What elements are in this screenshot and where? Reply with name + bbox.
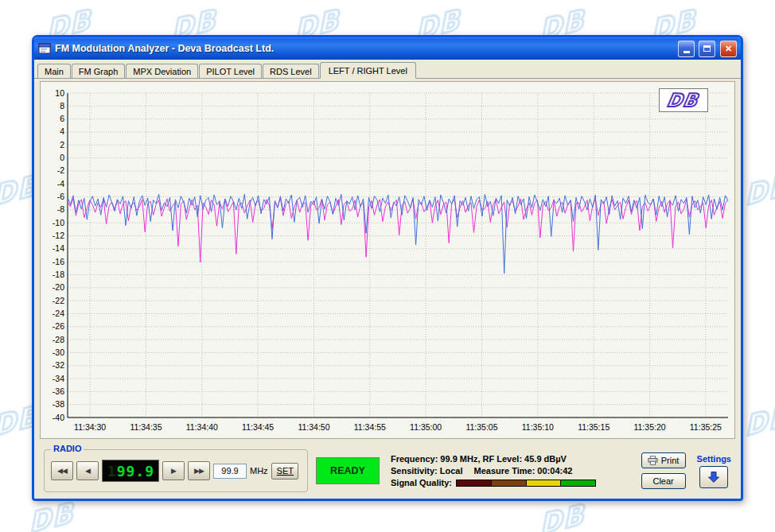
- svg-text:11:34:30: 11:34:30: [74, 422, 106, 432]
- svg-text:11:34:45: 11:34:45: [242, 422, 274, 432]
- settings-button[interactable]: [699, 466, 728, 488]
- seek-down-fast-button[interactable]: ◀◀: [51, 461, 73, 480]
- svg-text:-34: -34: [53, 374, 64, 383]
- minimize-button[interactable]: [678, 41, 695, 57]
- svg-text:11:35:15: 11:35:15: [578, 422, 609, 432]
- radio-group-label: RADIO: [51, 444, 84, 453]
- svg-text:11:35:00: 11:35:00: [410, 422, 442, 432]
- svg-text:-26: -26: [53, 321, 64, 331]
- tab-page: 1086420-2-4-6-8-10-12-14-16-18-20-22-24-…: [34, 78, 741, 445]
- radio-groupbox: RADIO ◀◀ ◀ 199.9 ▶ ▶▶ MHz SET: [44, 449, 308, 492]
- svg-text:-28: -28: [53, 335, 64, 344]
- seek-down-button[interactable]: ◀: [76, 461, 99, 480]
- svg-text:11:35:10: 11:35:10: [522, 422, 554, 432]
- svg-text:-36: -36: [53, 386, 64, 396]
- svg-text:11:34:50: 11:34:50: [298, 422, 329, 432]
- svg-text:11:35:20: 11:35:20: [633, 422, 665, 432]
- close-button[interactable]: ✕: [720, 41, 737, 57]
- right-button-cluster: Print Clear Settings: [641, 452, 731, 489]
- printer-icon: [648, 456, 658, 465]
- signal-quality-label: Signal Quality:: [391, 478, 452, 487]
- svg-text:-40: -40: [53, 413, 64, 422]
- app-window: FM Modulation Analyzer - Deva Broadcast …: [32, 35, 743, 501]
- app-icon: [38, 42, 51, 55]
- print-button-label: Print: [661, 456, 680, 465]
- frequency-input[interactable]: [213, 464, 247, 479]
- minimize-icon: [683, 51, 690, 53]
- svg-text:11:35:05: 11:35:05: [465, 422, 497, 432]
- frequency-rf-level-text: Frequency: 99.9 MHz, RF Level: 45.9 dBµV: [391, 454, 612, 464]
- maximize-icon: [703, 45, 711, 52]
- svg-text:-4: -4: [57, 179, 64, 188]
- svg-text:-12: -12: [53, 231, 64, 240]
- svg-text:4: 4: [60, 126, 64, 136]
- svg-text:DB: DB: [745, 168, 775, 212]
- signal-quality-segment: [457, 480, 492, 486]
- left-arrow-icon: ◀: [85, 467, 90, 475]
- svg-text:6: 6: [60, 114, 64, 123]
- svg-text:-38: -38: [53, 399, 64, 409]
- svg-text:-16: -16: [53, 257, 64, 266]
- deva-db-logo-text: DB: [665, 89, 701, 111]
- seek-up-button[interactable]: ▶: [162, 461, 185, 480]
- svg-text:-2: -2: [57, 165, 64, 175]
- ready-status-indicator: READY: [316, 457, 380, 484]
- lr-level-chart-panel: 1086420-2-4-6-8-10-12-14-16-18-20-22-24-…: [40, 81, 735, 439]
- settings-label: Settings: [697, 454, 731, 464]
- title-bar[interactable]: FM Modulation Analyzer - Deva Broadcast …: [34, 37, 741, 60]
- svg-text:11:34:35: 11:34:35: [130, 422, 162, 432]
- svg-text:DB: DB: [745, 398, 775, 442]
- svg-text:-10: -10: [53, 218, 64, 227]
- svg-text:-24: -24: [53, 309, 64, 318]
- print-button[interactable]: Print: [641, 452, 686, 468]
- signal-quality-bar: [456, 480, 596, 487]
- right-arrow-icon: ▶: [171, 467, 176, 475]
- svg-text:-8: -8: [57, 204, 64, 214]
- signal-quality-segment: [561, 480, 595, 486]
- double-left-arrow-icon: ◀◀: [57, 467, 67, 475]
- down-arrow-icon: [707, 471, 720, 483]
- svg-text:DB: DB: [29, 495, 76, 532]
- lr-level-chart: 1086420-2-4-6-8-10-12-14-16-18-20-22-24-…: [41, 82, 734, 438]
- clear-button-label: Clear: [652, 476, 673, 486]
- svg-text:-32: -32: [53, 360, 64, 370]
- tab-main[interactable]: Main: [37, 64, 71, 78]
- tab-bar: Main FM Graph MPX Deviation PILOT Level …: [34, 60, 741, 78]
- svg-text:11:34:55: 11:34:55: [354, 422, 386, 432]
- bottom-control-bar: RADIO ◀◀ ◀ 199.9 ▶ ▶▶ MHz SET READY Freq…: [34, 445, 741, 499]
- measure-time-text: Measure Time: 00:04:42: [473, 466, 572, 476]
- svg-text:11:35:25: 11:35:25: [690, 422, 722, 432]
- svg-text:-20: -20: [53, 282, 64, 292]
- double-right-arrow-icon: ▶▶: [194, 467, 204, 475]
- svg-text:10: 10: [55, 88, 64, 98]
- svg-text:DB: DB: [539, 497, 586, 532]
- svg-text:-22: -22: [53, 296, 64, 305]
- window-title: FM Modulation Analyzer - Deva Broadcast …: [55, 43, 674, 54]
- close-icon: ✕: [725, 45, 732, 53]
- deva-db-logo: DB: [659, 88, 708, 112]
- tab-left-right-level[interactable]: LEFT / RIGHT Level: [320, 62, 416, 79]
- maximize-button[interactable]: [699, 41, 715, 57]
- status-block: Frequency: 99.9 MHz, RF Level: 45.9 dBµV…: [391, 454, 612, 487]
- tab-mpx-deviation[interactable]: MPX Deviation: [126, 64, 198, 78]
- signal-quality-segment: [492, 480, 527, 486]
- led-ghost-digit: 1: [107, 463, 117, 480]
- svg-text:8: 8: [60, 101, 64, 111]
- svg-text:2: 2: [60, 140, 64, 150]
- frequency-led-display: 199.9: [102, 460, 159, 482]
- svg-text:-14: -14: [53, 243, 64, 253]
- tab-pilot-level[interactable]: PILOT Level: [199, 64, 262, 78]
- seek-up-fast-button[interactable]: ▶▶: [188, 461, 210, 480]
- tab-rds-level[interactable]: RDS Level: [263, 64, 319, 78]
- tab-fm-graph[interactable]: FM Graph: [72, 64, 126, 78]
- svg-text:11:34:40: 11:34:40: [186, 422, 218, 432]
- svg-text:0: 0: [60, 153, 64, 162]
- signal-quality-segment: [527, 480, 562, 486]
- sensitivity-text: Sensitivity: Local: [391, 466, 462, 476]
- svg-text:-6: -6: [57, 192, 64, 201]
- led-frequency-value: 99.9: [117, 463, 154, 480]
- clear-button[interactable]: Clear: [641, 473, 686, 489]
- svg-text:-30: -30: [53, 348, 64, 357]
- mhz-unit-label: MHz: [250, 466, 268, 476]
- set-frequency-button[interactable]: SET: [271, 463, 298, 480]
